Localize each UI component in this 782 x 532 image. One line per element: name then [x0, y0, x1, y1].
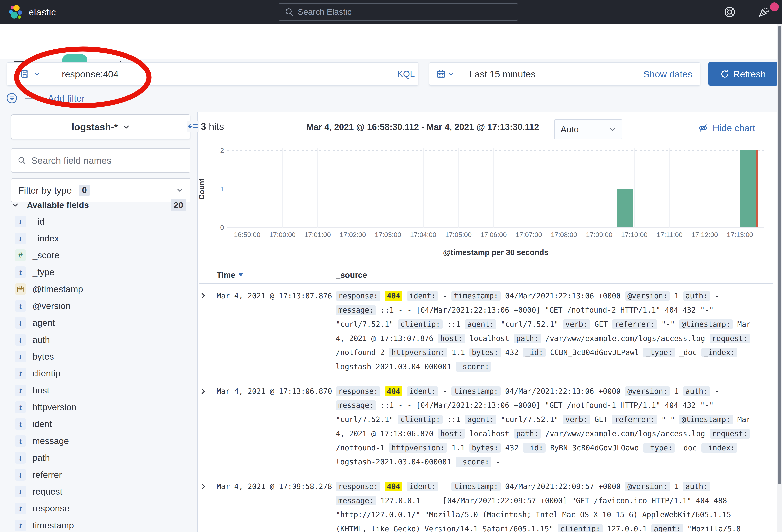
field-key-badge: path: — [514, 334, 541, 343]
field-key-badge: _type: — [643, 443, 675, 453]
field-item[interactable]: t_type — [11, 264, 190, 280]
field-key-badge: request: — [710, 429, 750, 439]
filter-menu-button[interactable] — [6, 92, 17, 104]
field-key-badge: referrer: — [612, 319, 657, 329]
chevron-down-icon — [449, 71, 454, 77]
field-item[interactable]: thost — [11, 382, 190, 399]
y-tick-label: 1 — [210, 185, 224, 193]
text-field-icon: t — [14, 334, 26, 345]
field-key-badge: host: — [438, 334, 465, 343]
field-item[interactable]: tauth — [11, 331, 190, 348]
field-item[interactable]: trequest — [11, 483, 190, 500]
field-item[interactable]: tbytes — [11, 348, 190, 365]
help-button[interactable] — [724, 6, 736, 18]
expand-row-icon[interactable] — [200, 292, 207, 300]
index-pattern-name: logstash-* — [72, 121, 118, 132]
field-key-badge: httpversion: — [389, 348, 447, 357]
x-tick-label: 17:12:00 — [687, 231, 722, 238]
add-filter-button[interactable]: + Add filter — [40, 93, 85, 104]
field-name: response — [33, 503, 69, 514]
query-language-button[interactable]: KQL — [394, 63, 418, 85]
elastic-logo[interactable]: elastic — [7, 3, 56, 21]
field-item[interactable]: tident — [11, 416, 190, 432]
saved-query-menu-button[interactable] — [7, 63, 54, 85]
field-key-badge: clientip: — [558, 524, 603, 532]
x-gridline — [494, 148, 494, 228]
newsfeed-button[interactable] — [758, 6, 770, 18]
field-name: httpversion — [33, 402, 76, 412]
field-key-badge: @version: — [625, 482, 670, 491]
field-name: timestamp — [33, 520, 74, 531]
field-item[interactable]: thttpversion — [11, 399, 190, 416]
lifebuoy-icon — [724, 6, 736, 18]
x-tick-label: 17:13:00 — [722, 231, 757, 238]
field-name: host — [33, 385, 49, 395]
hide-chart-button[interactable]: Hide chart — [698, 122, 755, 133]
available-fields-label: Available fields — [27, 200, 89, 210]
show-dates-button[interactable]: Show dates — [643, 69, 700, 79]
query-input[interactable]: response:404 — [54, 69, 394, 79]
filter-circle-icon — [6, 92, 17, 104]
expand-row-icon[interactable] — [200, 483, 207, 490]
interval-select[interactable]: Auto — [554, 119, 622, 140]
field-name: _id — [33, 216, 44, 227]
text-field-icon: t — [14, 368, 26, 379]
field-name: ident — [33, 419, 52, 429]
field-key-badge: timestamp: — [452, 386, 501, 396]
field-item[interactable]: tmessage — [11, 432, 190, 449]
field-key-badge: message: — [336, 401, 376, 410]
x-gridline — [669, 148, 670, 228]
field-item[interactable]: ttimestamp — [11, 517, 190, 532]
x-tick-label: 17:06:00 — [476, 231, 511, 238]
field-name: bytes — [33, 351, 54, 362]
field-key-badge: @version: — [625, 291, 670, 301]
refresh-icon — [720, 70, 729, 78]
expand-row-icon[interactable] — [200, 387, 207, 395]
field-item[interactable]: t_id — [11, 213, 190, 230]
field-key-badge: _type: — [643, 348, 675, 357]
x-tick-label: 17:03:00 — [370, 231, 405, 238]
global-header: elastic Search Elastic — [0, 0, 782, 24]
x-tick-label: 17:11:00 — [652, 231, 687, 238]
histogram-bar[interactable] — [740, 150, 756, 227]
field-item[interactable]: treferrer — [11, 466, 190, 483]
x-gridline — [705, 148, 705, 228]
y-axis-title: Count — [198, 173, 206, 205]
field-item[interactable]: t@version — [11, 298, 190, 314]
scrollbar-thumb[interactable] — [778, 26, 781, 484]
x-gridline — [353, 148, 353, 228]
x-gridline — [317, 148, 318, 228]
field-item[interactable]: t_index — [11, 230, 190, 247]
refresh-button[interactable]: Refresh — [708, 62, 778, 86]
index-pattern-select[interactable]: logstash-* — [11, 114, 190, 140]
table-header: Time _source — [200, 267, 773, 284]
field-item[interactable]: @timestamp — [11, 281, 190, 298]
notification-badge — [770, 2, 779, 11]
field-search-input[interactable]: Search field names — [11, 148, 190, 173]
field-item[interactable]: tresponse — [11, 500, 190, 517]
table-row: Mar 4, 2021 @ 17:13:07.876response: 404 … — [200, 284, 773, 379]
field-key-badge: auth: — [683, 386, 710, 396]
hide-chart-label: Hide chart — [713, 122, 755, 133]
field-key-badge: timestamp: — [452, 482, 501, 491]
field-item[interactable]: #_score — [11, 247, 190, 264]
scrollbar-track[interactable] — [777, 24, 782, 532]
collapse-sidebar-button[interactable] — [187, 121, 199, 132]
field-item[interactable]: tclientip — [11, 365, 190, 382]
field-item[interactable]: tpath — [11, 450, 190, 466]
chevron-down-icon — [12, 202, 19, 208]
histogram-bar[interactable] — [617, 189, 633, 227]
field-item[interactable]: tagent — [11, 314, 190, 331]
available-fields-accordion[interactable]: Available fields 20 — [12, 198, 190, 212]
date-quick-menu-button[interactable] — [429, 63, 461, 85]
time-column-header[interactable]: Time — [214, 270, 336, 280]
global-search-input[interactable]: Search Elastic — [279, 3, 518, 21]
field-key-badge: referrer: — [612, 415, 657, 424]
x-tick-label: 17:07:00 — [511, 231, 546, 238]
x-gridline — [388, 148, 388, 228]
x-tick-label: 17:08:00 — [546, 231, 581, 238]
field-key-badge: response: — [336, 386, 381, 396]
field-name: agent — [33, 317, 55, 328]
time-range-value[interactable]: Last 15 minutes — [461, 69, 643, 79]
text-field-icon: t — [14, 452, 26, 464]
